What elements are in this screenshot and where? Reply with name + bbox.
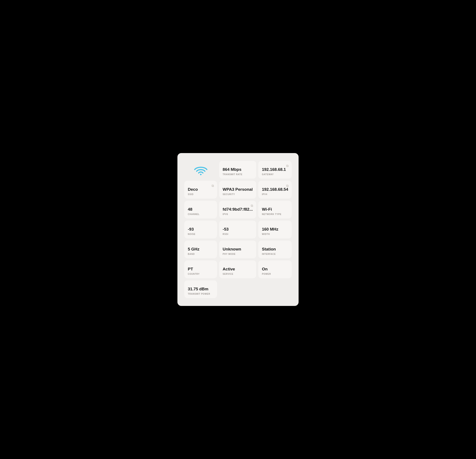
gateway-value: 192.168.68.1 <box>262 167 288 172</box>
noise-label: NOISE <box>188 233 213 235</box>
info-grid: 864 Mbps TRANSMIT RATE ⧉ 192.168.68.1 GA… <box>184 161 292 298</box>
ssid-value: Deco <box>188 187 213 192</box>
transmit-power-value: 31.75 dBm <box>188 287 213 292</box>
ipv6-value: fd74:9bd7:f82... <box>223 207 253 212</box>
gateway-label: GATEWAY <box>262 173 288 176</box>
ipv6-card: ⧉ fd74:9bd7:f82... IPV6 <box>219 201 256 218</box>
band-value: 5 GHz <box>188 247 213 252</box>
service-value: Active <box>223 267 253 272</box>
service-card: Active SERVICE <box>219 260 256 278</box>
phy-mode-label: PHY MODE <box>223 253 253 255</box>
svg-point-0 <box>200 174 201 175</box>
width-card: 160 MHz WIDTH <box>258 221 292 238</box>
rssi-value: -53 <box>223 227 253 232</box>
rssi-label: RSSI <box>223 233 253 235</box>
noise-value: -93 <box>188 227 213 232</box>
security-card: WPA3 Personal SECURITY <box>219 181 256 199</box>
power-label: POWER <box>262 273 288 275</box>
band-label: BAND <box>188 253 213 255</box>
service-label: SERVICE <box>223 273 253 275</box>
rssi-card: -53 RSSI <box>219 221 256 238</box>
country-label: COUNTRY <box>188 273 213 275</box>
channel-card: 48 CHANNEL <box>184 201 217 218</box>
network-type-value: Wi-Fi <box>262 207 288 212</box>
network-type-label: NETWORK TYPE <box>262 213 288 216</box>
wifi-icon-card <box>184 161 217 179</box>
copy-icon[interactable]: ⧉ <box>212 184 214 188</box>
transmit-power-label: TRANSMIT POWER <box>188 293 213 295</box>
width-value: 160 MHz <box>262 227 288 232</box>
ipv4-card: ⧉ 192.168.68.54 IPV4 <box>258 181 292 199</box>
interface-card: Station INTERFACE <box>258 241 292 258</box>
ipv4-value: 192.168.68.54 <box>262 187 288 192</box>
band-card: 5 GHz BAND <box>184 241 217 258</box>
channel-label: CHANNEL <box>188 213 213 216</box>
country-value: PT <box>188 267 213 272</box>
ssid-card: ⧉ Deco SSID <box>184 181 217 199</box>
transmit-rate-value: 864 Mbps <box>223 167 253 172</box>
noise-card: -93 NOISE <box>184 221 217 238</box>
transmit-rate-card: 864 Mbps TRANSMIT RATE <box>219 161 256 179</box>
power-card: On POWER <box>258 260 292 278</box>
wifi-info-panel: 864 Mbps TRANSMIT RATE ⧉ 192.168.68.1 GA… <box>178 153 298 306</box>
security-value: WPA3 Personal <box>223 187 253 192</box>
width-label: WIDTH <box>262 233 288 235</box>
interface-label: INTERFACE <box>262 253 288 255</box>
copy-icon[interactable]: ⧉ <box>286 164 289 168</box>
phy-mode-card: Unknown PHY MODE <box>219 241 256 258</box>
ipv6-label: IPV6 <box>223 213 253 216</box>
channel-value: 48 <box>188 207 213 212</box>
gateway-card: ⧉ 192.168.68.1 GATEWAY <box>258 161 292 179</box>
country-card: PT COUNTRY <box>184 260 217 278</box>
copy-icon[interactable]: ⧉ <box>286 184 289 188</box>
power-value: On <box>262 267 288 272</box>
interface-value: Station <box>262 247 288 252</box>
transmit-rate-label: TRANSMIT RATE <box>223 173 253 176</box>
network-type-card: Wi-Fi NETWORK TYPE <box>258 201 292 218</box>
ssid-label: SSID <box>188 193 213 196</box>
ipv4-label: IPV4 <box>262 193 288 196</box>
security-label: SECURITY <box>223 193 253 196</box>
wifi-icon <box>194 165 208 175</box>
phy-mode-value: Unknown <box>223 247 253 252</box>
transmit-power-card: 31.75 dBm TRANSMIT POWER <box>184 280 217 298</box>
copy-icon[interactable]: ⧉ <box>251 204 253 208</box>
